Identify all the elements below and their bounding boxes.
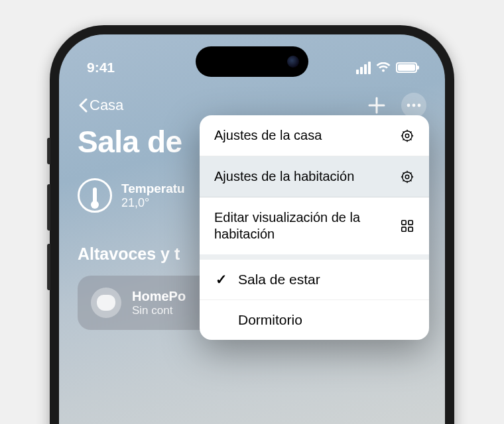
battery-icon <box>396 62 417 73</box>
camera-icon <box>287 56 299 68</box>
temperature-label: Temperatu <box>121 182 185 196</box>
volume-down-button <box>47 244 50 290</box>
menu-item-label: Ajustes de la habitación <box>214 168 354 185</box>
menu-item-room-settings[interactable]: Ajustes de la habitación <box>200 156 429 197</box>
svg-rect-26 <box>409 227 412 231</box>
menu-item-edit-room-view[interactable]: Editar visualización de la habitación <box>200 197 429 254</box>
svg-rect-24 <box>409 221 412 225</box>
ellipsis-icon <box>407 103 421 107</box>
menu-item-home-settings[interactable]: Ajustes de la casa <box>200 115 429 156</box>
menu-room-sala-de-estar[interactable]: ✓ Sala de estar <box>200 260 429 300</box>
thermometer-icon <box>78 178 112 213</box>
svg-point-4 <box>405 134 409 138</box>
grid-icon <box>400 219 414 233</box>
homepod-icon <box>91 288 121 318</box>
status-time: 9:41 <box>87 60 115 76</box>
svg-point-14 <box>405 175 409 179</box>
back-label: Casa <box>90 97 123 114</box>
volume-up-button <box>47 184 50 231</box>
status-indicators <box>356 62 417 74</box>
svg-rect-25 <box>402 227 406 231</box>
menu-item-label: Ajustes de la casa <box>214 127 322 144</box>
wifi-icon <box>376 62 391 73</box>
screen: 9:41 Casa Sala de <box>59 34 445 424</box>
phone-frame: 9:41 Casa Sala de <box>50 25 454 424</box>
svg-point-0 <box>407 104 410 107</box>
cellular-icon <box>356 62 371 74</box>
gear-icon <box>400 170 414 184</box>
svg-point-2 <box>418 104 421 107</box>
side-button <box>47 138 50 164</box>
checkmark-icon: ✓ <box>214 272 229 288</box>
add-button[interactable] <box>367 95 387 115</box>
context-menu: Ajustes de la casa Ajustes de la habitac… <box>200 115 429 340</box>
nav-bar: Casa <box>59 93 445 118</box>
menu-item-label: Editar visualización de la habitación <box>214 209 392 242</box>
tile-subtitle: Sin cont <box>132 304 186 317</box>
tile-title: HomePo <box>132 289 186 304</box>
more-button[interactable] <box>401 93 426 118</box>
back-button[interactable]: Casa <box>78 97 123 114</box>
menu-room-label: Sala de estar <box>238 272 320 288</box>
menu-room-dormitorio[interactable]: Dormitorio <box>200 300 429 340</box>
dynamic-island <box>196 46 308 77</box>
temperature-value: 21,0° <box>121 196 185 210</box>
svg-rect-23 <box>402 221 406 225</box>
chevron-left-icon <box>78 98 88 113</box>
menu-divider <box>200 254 429 260</box>
gear-icon <box>400 129 414 143</box>
menu-room-label: Dormitorio <box>238 312 302 328</box>
svg-point-1 <box>412 104 416 107</box>
